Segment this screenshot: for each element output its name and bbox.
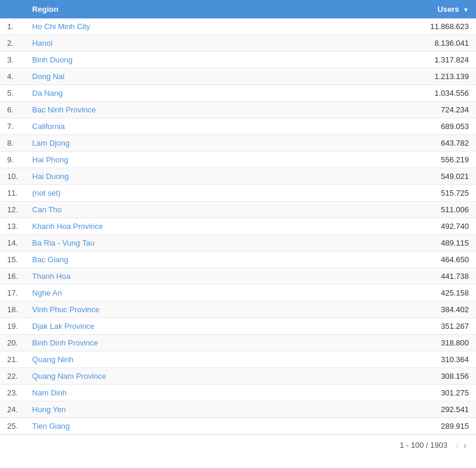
users-cell: 11.868.623 — [307, 18, 476, 35]
rank-cell: 25. — [0, 418, 25, 435]
rank-cell: 11. — [0, 185, 25, 202]
users-cell: 511.006 — [307, 202, 476, 218]
region-cell[interactable]: Bac Ninh Province — [25, 102, 306, 118]
table-row: 18.Vinh Phuc Province384.402 — [0, 301, 476, 318]
pagination-prev-button[interactable]: ‹ — [453, 440, 461, 450]
rank-cell: 4. — [0, 68, 25, 85]
users-cell: 310.364 — [307, 351, 476, 368]
region-cell[interactable]: (not set) — [25, 185, 306, 202]
table-row: 4.Dong Nai1.213.139 — [0, 68, 476, 85]
table-row: 8.Lam Djong643.782 — [0, 135, 476, 152]
region-cell[interactable]: Hung Yen — [25, 401, 306, 418]
table-row: 10.Hai Duong549.021 — [0, 168, 476, 185]
table-row: 11.(not set)515.725 — [0, 185, 476, 202]
users-cell: 292.541 — [307, 401, 476, 418]
table-row: 15.Bac Giang464.650 — [0, 252, 476, 268]
users-cell: 8.136.041 — [307, 35, 476, 52]
users-cell: 425.158 — [307, 285, 476, 301]
rank-cell: 15. — [0, 252, 25, 268]
region-cell[interactable]: Khanh Hoa Province — [25, 218, 306, 235]
users-cell: 1.213.139 — [307, 68, 476, 85]
table-row: 12.Can Tho511.006 — [0, 202, 476, 218]
users-cell: 441.738 — [307, 268, 476, 285]
rank-cell: 8. — [0, 135, 25, 152]
rank-cell: 21. — [0, 351, 25, 368]
pagination-next-button[interactable]: › — [461, 440, 469, 450]
pagination-bar: 1 - 100 / 1903 ‹ › — [0, 435, 476, 455]
users-cell: 289.915 — [307, 418, 476, 435]
rank-cell: 10. — [0, 168, 25, 185]
users-cell: 351.267 — [307, 318, 476, 335]
table-row: 13.Khanh Hoa Province492.740 — [0, 218, 476, 235]
region-cell[interactable]: Bac Giang — [25, 252, 306, 268]
region-cell[interactable]: Nghe An — [25, 285, 306, 301]
region-cell[interactable]: Lam Djong — [25, 135, 306, 152]
region-cell[interactable]: Vinh Phuc Province — [25, 301, 306, 318]
table-row: 17.Nghe An425.158 — [0, 285, 476, 301]
region-cell[interactable]: Can Tho — [25, 202, 306, 218]
users-cell: 308.156 — [307, 368, 476, 385]
region-cell[interactable]: Tien Giang — [25, 418, 306, 435]
region-cell[interactable]: Hai Phong — [25, 152, 306, 168]
region-cell[interactable]: Da Nang — [25, 85, 306, 102]
region-cell[interactable]: Binh Dinh Province — [25, 335, 306, 351]
users-cell: 515.725 — [307, 185, 476, 202]
region-cell[interactable]: Quang Ninh — [25, 351, 306, 368]
region-cell[interactable]: Dong Nai — [25, 68, 306, 85]
table-row: 21.Quang Ninh310.364 — [0, 351, 476, 368]
region-cell[interactable]: Hai Duong — [25, 168, 306, 185]
table-row: 9.Hai Phong556.219 — [0, 152, 476, 168]
rank-cell: 20. — [0, 335, 25, 351]
rank-cell: 13. — [0, 218, 25, 235]
rank-header — [0, 0, 25, 18]
table-row: 25.Tien Giang289.915 — [0, 418, 476, 435]
rank-cell: 14. — [0, 235, 25, 252]
table-row: 1.Ho Chi Minh City11.868.623 — [0, 18, 476, 35]
rank-cell: 7. — [0, 118, 25, 135]
users-cell: 556.219 — [307, 152, 476, 168]
table-row: 5.Da Nang1.034.556 — [0, 85, 476, 102]
rank-cell: 19. — [0, 318, 25, 335]
users-cell: 464.650 — [307, 252, 476, 268]
region-cell[interactable]: Hanoi — [25, 35, 306, 52]
main-table-container: Region Users ▼ 1.Ho Chi Minh City11.868.… — [0, 0, 476, 455]
region-cell[interactable]: Djak Lak Province — [25, 318, 306, 335]
table-body: 1.Ho Chi Minh City11.868.6232.Hanoi8.136… — [0, 18, 476, 435]
region-cell[interactable]: Quang Nam Province — [25, 368, 306, 385]
region-cell[interactable]: Ho Chi Minh City — [25, 18, 306, 35]
region-cell[interactable]: Ba Ria - Vung Tau — [25, 235, 306, 252]
table-header-row: Region Users ▼ — [0, 0, 476, 18]
users-cell: 489.115 — [307, 235, 476, 252]
table-row: 2.Hanoi8.136.041 — [0, 35, 476, 52]
rank-cell: 1. — [0, 18, 25, 35]
table-row: 7.California689.053 — [0, 118, 476, 135]
rank-cell: 17. — [0, 285, 25, 301]
table-row: 14.Ba Ria - Vung Tau489.115 — [0, 235, 476, 252]
users-cell: 1.034.556 — [307, 85, 476, 102]
table-row: 23.Nam Dinh301.275 — [0, 385, 476, 401]
region-cell[interactable]: Thanh Hoa — [25, 268, 306, 285]
rank-cell: 23. — [0, 385, 25, 401]
region-cell[interactable]: California — [25, 118, 306, 135]
rank-cell: 24. — [0, 401, 25, 418]
table-row: 20.Binh Dinh Province318.800 — [0, 335, 476, 351]
users-cell: 689.053 — [307, 118, 476, 135]
users-cell: 1.317.824 — [307, 52, 476, 68]
region-header[interactable]: Region — [25, 0, 306, 18]
table-row: 3.Binh Duong1.317.824 — [0, 52, 476, 68]
users-header[interactable]: Users ▼ — [307, 0, 476, 18]
region-cell[interactable]: Binh Duong — [25, 52, 306, 68]
region-users-table: Region Users ▼ 1.Ho Chi Minh City11.868.… — [0, 0, 476, 435]
table-row: 6.Bac Ninh Province724.234 — [0, 102, 476, 118]
rank-cell: 3. — [0, 52, 25, 68]
sort-arrow-icon: ▼ — [463, 7, 469, 13]
rank-cell: 9. — [0, 152, 25, 168]
users-cell: 318.800 — [307, 335, 476, 351]
region-cell[interactable]: Nam Dinh — [25, 385, 306, 401]
users-cell: 301.275 — [307, 385, 476, 401]
rank-cell: 12. — [0, 202, 25, 218]
users-cell: 384.402 — [307, 301, 476, 318]
pagination-info: 1 - 100 / 1903 — [400, 441, 447, 450]
users-cell: 549.021 — [307, 168, 476, 185]
users-cell: 492.740 — [307, 218, 476, 235]
